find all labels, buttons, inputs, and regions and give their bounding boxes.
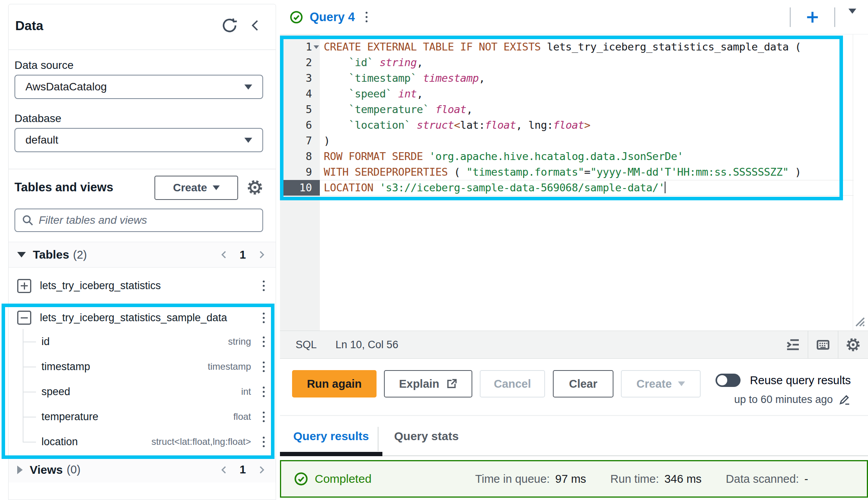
- code-token: 's3://iceberg-sample-data-569068/sample-…: [380, 182, 665, 194]
- page-next-icon[interactable]: [256, 249, 267, 260]
- expand-table-icon[interactable]: [17, 279, 31, 293]
- kebab-menu-icon[interactable]: [260, 334, 267, 349]
- divider: [790, 7, 791, 27]
- line-number: 5: [280, 102, 320, 117]
- clear-label: Clear: [569, 378, 597, 390]
- active-tab-underline: [280, 452, 382, 456]
- code-token: 'org.apache.hive.hcatalog.data.JsonSerDe…: [429, 150, 683, 162]
- code-token: "yyyy-MM-dd'T'HH:mm:ss.SSSSSSZZ": [590, 166, 789, 178]
- column-name[interactable]: timestamp: [41, 361, 90, 373]
- tab-list-dropdown-icon[interactable]: [847, 12, 858, 22]
- columns-list: idstringtimestamptimestampspeedinttemper…: [9, 329, 276, 454]
- column-type: int: [241, 386, 251, 397]
- code-token: "timestamp.formats": [466, 166, 584, 178]
- chevron-down-icon: [244, 138, 252, 143]
- section-expanded-icon[interactable]: [17, 252, 26, 257]
- clear-button[interactable]: Clear: [553, 370, 613, 397]
- column-name[interactable]: location: [41, 436, 78, 448]
- stat-label: Run time:: [610, 473, 659, 486]
- data-panel-header: Data: [9, 4, 276, 50]
- divider: [9, 169, 276, 169]
- column-type: float: [233, 411, 251, 422]
- editor-resize-handle[interactable]: [852, 314, 866, 327]
- run-again-button[interactable]: Run again: [292, 370, 377, 397]
- code-token: =: [584, 166, 590, 178]
- new-query-tab-icon[interactable]: [802, 7, 823, 27]
- table-row: lets_try_iceberg_statistics: [9, 268, 276, 304]
- fold-arrow-icon[interactable]: [314, 45, 319, 49]
- table-name[interactable]: lets_try_iceberg_statistics_sample_data: [40, 312, 227, 324]
- code-line: CREATE EXTERNAL TABLE IF NOT EXISTS lets…: [324, 39, 868, 55]
- collapse-panel-icon[interactable]: [248, 18, 262, 33]
- code-line: `timestamp` timestamp,: [324, 70, 868, 86]
- kebab-menu-icon[interactable]: [260, 310, 267, 326]
- views-section-header[interactable]: Views (0) 1: [9, 457, 276, 482]
- code-token: ,: [479, 72, 485, 84]
- kebab-menu-icon[interactable]: [260, 409, 267, 424]
- code-token: `timestamp`: [348, 72, 416, 84]
- kebab-menu-icon[interactable]: [260, 384, 267, 399]
- keyboard-shortcuts-icon[interactable]: [808, 331, 838, 358]
- code-token: <: [454, 119, 460, 131]
- code-token: >: [584, 119, 590, 131]
- database-select[interactable]: default: [14, 128, 263, 152]
- code-token: ,: [417, 56, 423, 68]
- column-name[interactable]: speed: [41, 386, 70, 398]
- tree-connector: [23, 367, 36, 367]
- reuse-window-text: up to 60 minutes ago: [734, 394, 833, 406]
- tab-query-stats[interactable]: Query stats: [394, 416, 459, 456]
- page-prev-icon[interactable]: [219, 464, 230, 475]
- explain-label: Explain: [399, 378, 439, 390]
- divider: [378, 427, 378, 451]
- line-number: 10: [280, 180, 320, 196]
- page-prev-icon[interactable]: [219, 249, 230, 260]
- code-token: ): [324, 135, 330, 147]
- kebab-menu-icon[interactable]: [260, 434, 267, 450]
- editor-settings-gear-icon[interactable]: [838, 331, 868, 358]
- code-token: [392, 88, 398, 100]
- line-number: 1: [280, 39, 320, 55]
- code-token: (: [448, 166, 466, 178]
- kebab-menu-icon[interactable]: [260, 278, 267, 293]
- tables-section-header[interactable]: Tables (2) 1: [9, 242, 276, 268]
- query-tab[interactable]: Query 4: [289, 9, 370, 25]
- edit-pencil-icon[interactable]: [838, 393, 851, 406]
- data-source-value: AwsDataCatalog: [25, 81, 107, 93]
- code-token: [373, 182, 380, 194]
- tables-section-label: Tables: [33, 248, 69, 261]
- format-query-icon[interactable]: [778, 331, 808, 358]
- sql-editor: 12345678910 CREATE EXTERNAL TABLE IF NOT…: [280, 34, 868, 331]
- table-name[interactable]: lets_try_iceberg_statistics: [40, 280, 161, 292]
- page-number: 1: [240, 248, 246, 261]
- explain-button[interactable]: Explain: [384, 370, 472, 397]
- page-next-icon[interactable]: [256, 464, 267, 475]
- create-button[interactable]: Create: [154, 176, 238, 200]
- reuse-results-toggle[interactable]: [716, 374, 741, 387]
- create-dropdown-button[interactable]: Create: [621, 370, 701, 397]
- column-name[interactable]: temperature: [41, 411, 99, 423]
- code-token: [324, 72, 348, 84]
- stat-value: 346 ms: [664, 473, 701, 486]
- results-tabs: Query results Query stats: [280, 416, 868, 456]
- section-collapsed-icon[interactable]: [17, 466, 23, 474]
- code-line: `id` string,: [324, 55, 868, 70]
- code-token: [417, 72, 423, 84]
- column-name[interactable]: id: [41, 336, 50, 348]
- refresh-icon[interactable]: [221, 17, 238, 34]
- chevron-down-icon: [678, 381, 685, 386]
- panel-title: Data: [15, 18, 43, 33]
- tab-kebab-menu-icon[interactable]: [363, 9, 370, 25]
- line-number: 2: [280, 55, 320, 70]
- code-token: ): [789, 166, 801, 178]
- collapse-table-icon[interactable]: [17, 311, 31, 325]
- data-source-select[interactable]: AwsDataCatalog: [14, 75, 263, 99]
- kebab-menu-icon[interactable]: [260, 359, 267, 374]
- code-token: [411, 119, 417, 131]
- code-token: lets_try_iceberg_statistics_sample_data …: [541, 41, 801, 53]
- code-area[interactable]: CREATE EXTERNAL TABLE IF NOT EXISTS lets…: [324, 39, 868, 331]
- cancel-button[interactable]: Cancel: [480, 370, 545, 397]
- tab-query-results[interactable]: Query results: [293, 416, 369, 456]
- gear-icon[interactable]: [246, 179, 264, 196]
- code-token: LOCATION: [324, 182, 373, 194]
- filter-tables-input[interactable]: [39, 214, 256, 227]
